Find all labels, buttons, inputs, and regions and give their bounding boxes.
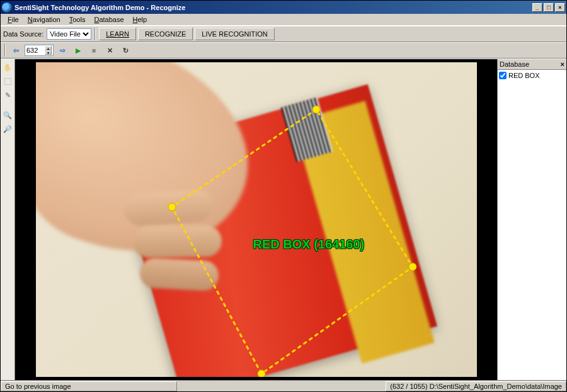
title-bar: SentiSight Technology Algorithm Demo - R…	[1, 1, 566, 14]
zoom-out-icon: 🔎	[3, 125, 12, 133]
status-right: (632 / 1055) D:\SentiSight_Algorithm_Dem…	[386, 381, 566, 391]
menu-file[interactable]: File	[3, 14, 23, 25]
frame-number-value: 632	[26, 47, 38, 54]
recognize-button[interactable]: RECOGNIZE	[138, 28, 193, 40]
stop-icon: ■	[92, 47, 96, 54]
toolbar-nav: ⇦ 632 ▴▾ ⇨ ▶ ■ ✕ ↻	[1, 42, 566, 59]
next-image-button[interactable]: ⇨	[55, 44, 69, 57]
canvas-area[interactable]: RED BOX (164160)	[15, 59, 497, 380]
status-bar: Go to previous image (632 / 1055) D:\Sen…	[1, 380, 566, 391]
toolbar-main: Data Source: Video File LEARN RECOGNIZE …	[1, 26, 566, 42]
status-left: Go to previous image	[1, 381, 177, 391]
reload-button[interactable]: ↻	[118, 44, 132, 57]
menu-navigation[interactable]: Navigation	[23, 14, 65, 25]
arrow-left-icon: ⇦	[13, 47, 19, 55]
database-panel: Database × RED BOX	[497, 59, 566, 380]
learn-button[interactable]: LEARN	[99, 28, 136, 40]
menu-tools[interactable]: Tools	[65, 14, 90, 25]
database-panel-header: Database ×	[498, 59, 566, 70]
app-icon	[2, 3, 12, 13]
database-item-label: RED BOX	[508, 72, 540, 79]
data-source-label: Data Source:	[3, 30, 43, 38]
zoom-in-button[interactable]: 🔍	[2, 109, 13, 121]
database-list: RED BOX	[498, 70, 566, 380]
menu-database[interactable]: Database	[89, 14, 128, 25]
delete-button[interactable]: ✕	[103, 44, 117, 57]
work-area: ✋ ✎ 🔍 🔎 RED BOX (164160) Database ×	[1, 59, 566, 380]
play-button[interactable]: ▶	[71, 44, 85, 57]
video-frame: RED BOX (164160)	[36, 62, 477, 377]
zoom-out-button[interactable]: 🔎	[2, 123, 13, 135]
database-panel-title: Database	[500, 60, 529, 68]
zoom-in-icon: 🔍	[3, 111, 12, 120]
database-item[interactable]: RED BOX	[499, 72, 565, 79]
window-title: SentiSight Technology Algorithm Demo - R…	[14, 4, 531, 11]
maximize-button[interactable]: □	[544, 3, 554, 12]
menu-bar: File Navigation Tools Database Help	[1, 14, 566, 26]
left-tool-palette: ✋ ✎ 🔍 🔎	[1, 59, 15, 380]
x-icon: ✕	[107, 47, 113, 55]
prev-image-button[interactable]: ⇦	[9, 44, 23, 57]
data-source-select[interactable]: Video File	[47, 28, 91, 40]
stop-button[interactable]: ■	[87, 44, 101, 57]
marquee-icon	[4, 78, 11, 85]
separator	[94, 28, 96, 40]
hand-tool-button[interactable]: ✋	[2, 62, 13, 73]
reload-icon: ↻	[123, 47, 129, 55]
live-recognition-button[interactable]: LIVE RECOGNITION	[195, 28, 275, 40]
hand-icon: ✋	[3, 64, 12, 72]
database-panel-close[interactable]: ×	[561, 60, 564, 68]
detection-label: RED BOX (164160)	[253, 237, 365, 252]
object-finger	[133, 225, 222, 258]
marquee-tool-button[interactable]	[2, 76, 13, 87]
frame-number-input[interactable]: 632 ▴▾	[25, 45, 54, 56]
close-button[interactable]: ×	[555, 3, 565, 12]
play-icon: ▶	[76, 47, 81, 55]
object-finger	[123, 188, 213, 227]
object-finger	[139, 257, 219, 291]
pencil-icon: ✎	[5, 91, 11, 99]
arrow-right-icon: ⇨	[60, 47, 66, 55]
separator	[4, 44, 6, 57]
frame-spinner[interactable]: ▴▾	[45, 46, 52, 55]
menu-help[interactable]: Help	[129, 14, 152, 25]
database-item-checkbox[interactable]	[499, 72, 507, 79]
pencil-tool-button[interactable]: ✎	[2, 89, 13, 101]
minimize-button[interactable]: _	[532, 3, 542, 12]
